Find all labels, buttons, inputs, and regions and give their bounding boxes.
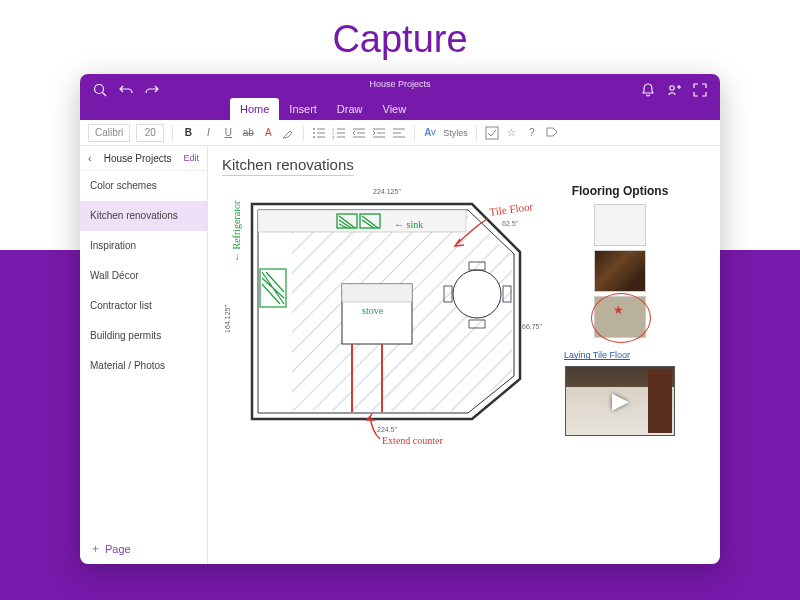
bold-icon[interactable]: B (181, 126, 195, 140)
svg-rect-26 (486, 127, 498, 139)
svg-rect-33 (342, 284, 412, 302)
sidebar-item-contractor-list[interactable]: Contractor list (80, 291, 207, 321)
fullscreen-icon[interactable] (692, 82, 708, 98)
sidebar-item-wall-decor[interactable]: Wall Décor (80, 261, 207, 291)
tab-draw[interactable]: Draw (327, 98, 373, 120)
dim-right: 66.75" (522, 323, 543, 330)
tag-question-icon[interactable]: ? (525, 126, 539, 140)
tab-home[interactable]: Home (230, 98, 279, 120)
flooring-swatch-wood[interactable] (594, 250, 646, 292)
svg-point-34 (453, 270, 501, 318)
svg-rect-28 (258, 210, 466, 232)
dim-bottom: 224.5" (377, 426, 398, 433)
sidebar-item-kitchen-renovations[interactable]: Kitchen renovations (80, 201, 207, 231)
ribbon: Calibri 20 B I U ab A 123 Aᐯ Styles ☆ ? (80, 120, 720, 146)
annotation-stove: stove (362, 305, 384, 316)
indent-icon[interactable] (372, 126, 386, 140)
dim-left: 164.125" (224, 305, 231, 333)
annotation-sink: ← sink (394, 219, 423, 230)
notebook-title[interactable]: House Projects (104, 153, 172, 164)
sidebar-item-color-schemes[interactable]: Color schemes (80, 171, 207, 201)
svg-point-6 (313, 132, 315, 134)
outdent-icon[interactable] (352, 126, 366, 140)
app-window: House Projects Home Insert Draw View Cal… (80, 74, 720, 564)
sidebar-item-inspiration[interactable]: Inspiration (80, 231, 207, 261)
page-list: Color schemes Kitchen renovations Inspir… (80, 171, 207, 533)
strikethrough-icon[interactable]: ab (241, 126, 255, 140)
play-icon: ▶ (612, 388, 629, 414)
highlight-icon[interactable] (281, 126, 295, 140)
annotation-tile-floor: Tile Floor (489, 200, 534, 218)
numbering-icon[interactable]: 123 (332, 126, 346, 140)
doc-title: House Projects (80, 79, 720, 89)
bell-icon[interactable] (640, 82, 656, 98)
flooring-swatch-marble[interactable] (594, 204, 646, 246)
dim-top: 224.125" (373, 188, 401, 195)
flooring-options-panel: Flooring Options ★ Laying Tile Floor ▶ (560, 184, 680, 454)
edit-button[interactable]: Edit (183, 153, 199, 163)
add-page-label: Page (105, 543, 131, 555)
svg-text:3: 3 (332, 135, 335, 140)
svg-point-7 (313, 136, 315, 138)
svg-line-1 (103, 93, 107, 97)
plus-icon: ＋ (90, 541, 101, 556)
styles-label: Styles (443, 128, 468, 138)
align-icon[interactable] (392, 126, 406, 140)
tab-view[interactable]: View (373, 98, 417, 120)
annotation-refrigerator: ← Refrigerator (231, 200, 242, 262)
back-icon[interactable]: ‹ (88, 152, 92, 164)
share-icon[interactable] (666, 82, 682, 98)
video-thumbnail[interactable]: ▶ (565, 366, 675, 436)
bullets-icon[interactable] (312, 126, 326, 140)
flooring-heading: Flooring Options (572, 184, 669, 198)
floor-plan-drawing[interactable]: 224.125" 164.125" 66.75" 62.5" 224.5" (222, 184, 552, 454)
sidebar-item-building-permits[interactable]: Building permits (80, 321, 207, 351)
ribbon-tabs: Home Insert Draw View (230, 98, 416, 120)
add-page-button[interactable]: ＋ Page (80, 533, 207, 564)
italic-icon[interactable]: I (201, 126, 215, 140)
font-size-select[interactable]: 20 (136, 124, 164, 142)
laying-tile-link[interactable]: Laying Tile Floor (564, 350, 630, 360)
selection-star-icon: ★ (613, 303, 624, 317)
underline-icon[interactable]: U (221, 126, 235, 140)
more-tags-icon[interactable] (545, 126, 559, 140)
page-sidebar: ‹ House Projects Edit Color schemes Kitc… (80, 146, 208, 564)
tab-insert[interactable]: Insert (279, 98, 327, 120)
page-title[interactable]: Kitchen renovations (222, 156, 354, 176)
hero-title: Capture (0, 0, 800, 73)
sidebar-item-material-photos[interactable]: Material / Photos (80, 351, 207, 381)
annotation-extend-counter: Extend counter (382, 435, 443, 446)
svg-point-2 (670, 86, 674, 90)
note-canvas[interactable]: Kitchen renovations 224.125" 164.125" 66… (208, 146, 720, 564)
selection-circle-icon (591, 293, 651, 343)
title-bar: House Projects Home Insert Draw View (80, 74, 720, 120)
styles-icon[interactable]: Aᐯ (423, 126, 437, 140)
todo-icon[interactable] (485, 126, 499, 140)
flooring-swatch-tile-selected[interactable]: ★ (594, 296, 646, 338)
svg-point-5 (313, 128, 315, 130)
font-name-select[interactable]: Calibri (88, 124, 130, 142)
tag-star-icon[interactable]: ☆ (505, 126, 519, 140)
font-color-icon[interactable]: A (261, 126, 275, 140)
dim-diag: 62.5" (502, 220, 519, 227)
